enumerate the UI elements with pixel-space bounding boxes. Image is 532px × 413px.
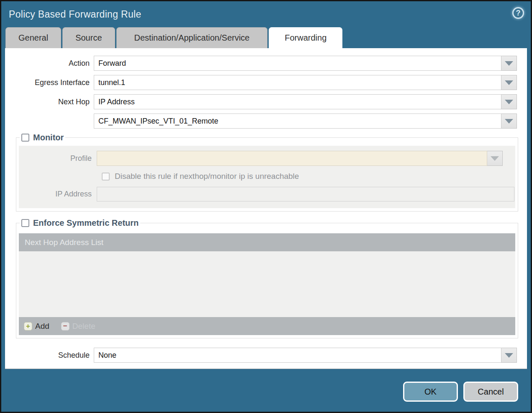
tab-bar: General Source Destination/Application/S… <box>1 27 531 48</box>
next-hop-address-list-column-header: Next Hop Address List <box>25 238 103 247</box>
chevron-down-icon <box>505 353 513 358</box>
chevron-down-icon <box>505 80 513 85</box>
chevron-down-icon <box>505 61 513 66</box>
symmetric-return-group: Enforce Symmetric Return Next Hop Addres… <box>16 218 518 338</box>
egress-interface-row: Egress Interface <box>5 75 517 90</box>
tab-forwarding-label: Forwarding <box>285 33 326 43</box>
action-combo <box>94 56 517 71</box>
profile-combo <box>97 151 503 166</box>
pbf-rule-dialog: Policy Based Forwarding Rule ? General S… <box>0 0 532 413</box>
dialog-footer: OK Cancel <box>1 370 531 412</box>
schedule-dropdown-button[interactable] <box>501 348 517 363</box>
disable-rule-checkbox <box>102 173 110 181</box>
next-hop-address-dropdown-button[interactable] <box>501 114 517 129</box>
next-hop-address-input[interactable] <box>94 114 501 129</box>
chevron-down-icon <box>505 100 513 104</box>
dialog-title: Policy Based Forwarding Rule <box>9 9 141 20</box>
forwarding-tab-panel: Action Egress Interface Next Hop <box>5 48 527 369</box>
monitor-legend: Monitor <box>20 133 65 142</box>
chevron-down-icon <box>505 119 513 124</box>
next-hop-address-row <box>5 114 517 129</box>
profile-label: Profile <box>19 154 97 163</box>
disable-rule-row: Disable this rule if nexthop/monitor ip … <box>102 172 515 181</box>
monitor-checkbox[interactable] <box>21 134 29 142</box>
next-hop-address-table-header: Next Hop Address List <box>19 233 515 251</box>
action-label: Action <box>5 59 94 68</box>
monitor-ip-address-input <box>97 187 514 201</box>
add-button[interactable]: + Add <box>24 322 49 331</box>
schedule-input[interactable] <box>94 348 501 363</box>
monitor-panel: Profile Disable this rule if nexthop/mon… <box>19 146 515 208</box>
monitor-legend-label: Monitor <box>33 133 64 142</box>
egress-interface-input[interactable] <box>94 75 501 90</box>
tab-destination-application-service[interactable]: Destination/Application/Service <box>116 27 268 48</box>
next-hop-address-table: Next Hop Address List + Add − Delete <box>19 233 515 335</box>
next-hop-combo <box>94 94 517 109</box>
tab-forwarding[interactable]: Forwarding <box>269 27 342 48</box>
action-row: Action <box>5 56 517 71</box>
next-hop-label: Next Hop <box>5 98 94 106</box>
delete-button-label: Delete <box>72 322 95 331</box>
disable-rule-label: Disable this rule if nexthop/monitor ip … <box>115 172 299 181</box>
add-button-label: Add <box>35 322 49 331</box>
symmetric-return-legend-label: Enforce Symmetric Return <box>33 218 139 228</box>
profile-row: Profile <box>19 151 515 166</box>
ok-button[interactable]: OK <box>403 382 458 402</box>
next-hop-row: Next Hop <box>5 94 517 109</box>
monitor-ip-address-label: IP Address <box>19 190 97 199</box>
tab-source[interactable]: Source <box>62 27 115 48</box>
schedule-combo <box>94 348 517 363</box>
delete-button: − Delete <box>61 322 95 331</box>
title-bar: Policy Based Forwarding Rule ? <box>1 1 531 27</box>
symmetric-return-legend: Enforce Symmetric Return <box>20 218 140 228</box>
next-hop-address-table-toolbar: + Add − Delete <box>19 317 515 335</box>
next-hop-input[interactable] <box>94 94 501 109</box>
help-icon[interactable]: ? <box>512 7 524 19</box>
egress-interface-dropdown-button[interactable] <box>501 75 517 90</box>
profile-dropdown-button <box>487 151 503 166</box>
cancel-button[interactable]: Cancel <box>463 382 518 402</box>
chevron-down-icon <box>491 156 499 161</box>
egress-interface-label: Egress Interface <box>5 78 94 87</box>
add-icon: + <box>24 322 32 330</box>
next-hop-address-table-body[interactable] <box>19 251 515 317</box>
schedule-row: Schedule <box>5 348 517 363</box>
schedule-label: Schedule <box>5 351 94 360</box>
tab-destination-label: Destination/Application/Service <box>134 33 250 43</box>
egress-interface-combo <box>94 75 517 90</box>
next-hop-address-combo <box>94 114 517 129</box>
profile-input <box>97 151 487 166</box>
monitor-group: Monitor Profile Disable this rule if nex… <box>16 133 518 212</box>
delete-icon: − <box>61 322 69 330</box>
action-dropdown-button[interactable] <box>501 56 517 71</box>
tab-general[interactable]: General <box>5 27 61 48</box>
action-input[interactable] <box>94 56 501 71</box>
tab-source-label: Source <box>75 33 102 43</box>
symmetric-return-checkbox[interactable] <box>21 219 29 227</box>
next-hop-dropdown-button[interactable] <box>501 94 517 109</box>
tab-general-label: General <box>18 33 48 43</box>
monitor-ip-address-row: IP Address <box>19 187 515 201</box>
